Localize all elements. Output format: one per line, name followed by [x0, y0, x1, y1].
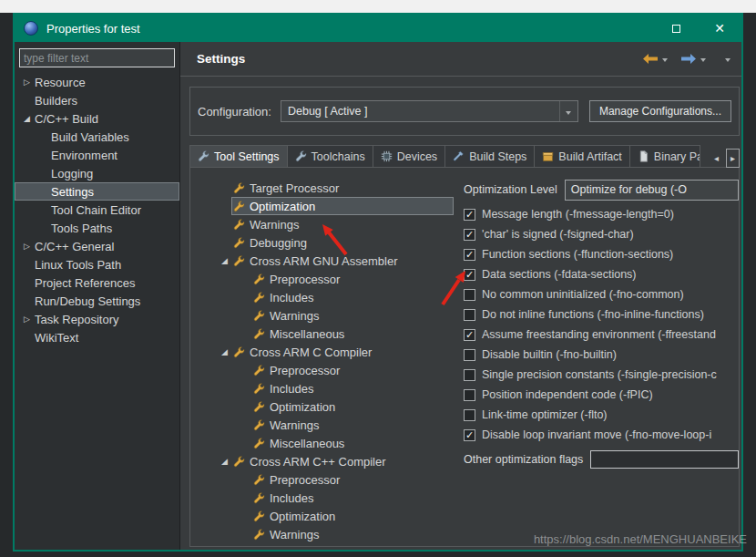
- manage-configurations-button[interactable]: Manage Configurations...: [589, 100, 731, 122]
- tool-item-debugging[interactable]: Debugging: [190, 233, 461, 252]
- tool-item-miscellaneous[interactable]: Miscellaneous: [190, 434, 461, 452]
- checkbox-unchecked[interactable]: [464, 349, 475, 361]
- tool-item-target-processor[interactable]: Target Processor: [190, 179, 461, 197]
- sidebar-item-task-repository[interactable]: ▷Task Repository: [15, 310, 179, 328]
- tab-scroll-right-icon[interactable]: ▸: [726, 149, 740, 168]
- page-title: Settings: [197, 52, 245, 66]
- sidebar-item-c-c-build[interactable]: ◢C/C++ Build: [15, 109, 179, 128]
- option-disable-builtin-fno-builtin: Disable builtin (-fno-builtin): [464, 345, 739, 365]
- checkbox-unchecked[interactable]: [464, 289, 475, 301]
- option-label: No common uninitialized (-fno-common): [482, 288, 684, 301]
- tool-item-includes[interactable]: Includes: [190, 288, 461, 306]
- maximize-button[interactable]: [669, 21, 683, 36]
- tab-toolchains[interactable]: Toolchains: [287, 145, 373, 168]
- tool-item-label: Preprocessor: [270, 364, 340, 377]
- tab-build-steps[interactable]: Build Steps: [444, 145, 535, 168]
- sidebar-item-run-debug-settings[interactable]: Run/Debug Settings: [15, 292, 179, 310]
- tool-item-optimization[interactable]: Optimization: [190, 197, 461, 215]
- collapse-icon[interactable]: ◢: [20, 109, 34, 128]
- titlebar[interactable]: Properties for test ✕: [15, 15, 741, 42]
- main-header: Settings: [180, 42, 741, 77]
- sidebar-item-builders[interactable]: Builders: [15, 91, 179, 109]
- tab-build-artifact[interactable]: Build Artifact: [534, 145, 629, 168]
- chevron-down-icon: [559, 101, 577, 121]
- tool-item-cross-arm-c-compiler[interactable]: ◢Cross ARM C Compiler: [190, 343, 461, 361]
- expand-icon[interactable]: ▷: [20, 73, 34, 91]
- sidebar-item-project-references[interactable]: Project References: [15, 273, 179, 292]
- option-link-time-optimizer-flto: Link-time optimizer (-flto): [464, 405, 739, 425]
- tool-item-preprocessor[interactable]: Preprocessor: [190, 270, 461, 288]
- expand-icon[interactable]: ▷: [20, 310, 34, 328]
- tool-item-warnings[interactable]: Warnings: [190, 525, 461, 543]
- forward-arrow-icon[interactable]: [681, 54, 696, 64]
- tool-item-warnings[interactable]: Warnings: [190, 416, 461, 434]
- tool-item-miscellaneous[interactable]: Miscellaneous: [190, 325, 461, 343]
- tool-item-preprocessor[interactable]: Preprocessor: [190, 361, 461, 379]
- optimization-level-select[interactable]: Optimize for debug (-O: [565, 180, 739, 201]
- back-arrow-icon[interactable]: [643, 54, 658, 64]
- tool-item-warnings[interactable]: Warnings: [190, 215, 461, 233]
- option-label: Function sections (-ffunction-sections): [482, 248, 673, 261]
- sidebar-item-resource[interactable]: ▷Resource: [15, 73, 179, 91]
- tool-wrench-icon: [233, 346, 245, 358]
- other-flags-input[interactable]: [590, 450, 739, 469]
- checkbox-unchecked[interactable]: [464, 369, 475, 381]
- checkbox-unchecked[interactable]: [464, 389, 475, 401]
- sidebar-item-label: Project References: [35, 276, 136, 290]
- tab-tool-settings[interactable]: Tool Settings: [189, 145, 288, 168]
- configuration-select[interactable]: Debug [ Active ]: [281, 100, 578, 122]
- tab-label: Build Artifact: [558, 150, 621, 163]
- optimization-level-row: Optimization Level Optimize for debug (-…: [464, 179, 739, 201]
- sidebar-item-label: Build Variables: [51, 130, 129, 144]
- config-panel: Configuration: Debug [ Active ] Manage C…: [189, 87, 740, 136]
- tab-label: Devices: [397, 150, 437, 163]
- option-label: Disable loop invariant move (-fno-move-l…: [482, 428, 711, 441]
- back-history-caret-icon[interactable]: [662, 58, 668, 62]
- expand-icon[interactable]: ▷: [20, 237, 34, 255]
- tool-item-optimization[interactable]: Optimization: [190, 397, 461, 416]
- checkbox-checked[interactable]: ✓: [464, 329, 475, 341]
- tab-devices[interactable]: Devices: [373, 145, 445, 168]
- tool-item-label: Optimization: [270, 510, 335, 523]
- tab-scroll-left-icon[interactable]: ◂: [710, 149, 723, 168]
- view-menu-caret-icon[interactable]: [725, 58, 730, 62]
- sidebar-item-settings[interactable]: Settings: [15, 182, 179, 201]
- option-data-sections-fdata-sections: ✓Data sections (-fdata-sections): [464, 264, 739, 284]
- tool-item-includes[interactable]: Includes: [190, 489, 461, 507]
- sidebar-item-tool-chain-editor[interactable]: Tool Chain Editor: [15, 201, 179, 219]
- tool-item-label: Miscellaneous: [270, 327, 344, 341]
- tab-binary-par[interactable]: Binary Par: [629, 145, 700, 168]
- collapse-icon[interactable]: ◢: [218, 452, 231, 470]
- sidebar-item-linux-tools-path[interactable]: Linux Tools Path: [15, 255, 179, 273]
- tool-item-preprocessor[interactable]: Preprocessor: [190, 470, 461, 489]
- tool-wrench-icon: [233, 255, 245, 267]
- tool-item-cross-arm-c-compiler[interactable]: ◢Cross ARM C++ Compiler: [190, 452, 461, 470]
- sidebar-item-c-c-general[interactable]: ▷C/C++ General: [15, 237, 179, 255]
- checkbox-checked[interactable]: ✓: [464, 269, 475, 281]
- tool-wrench-icon: [233, 201, 245, 212]
- checkbox-checked[interactable]: ✓: [464, 209, 475, 221]
- checkbox-unchecked[interactable]: [464, 409, 475, 421]
- tool-item-optimization[interactable]: Optimization: [190, 507, 461, 525]
- checkbox-checked[interactable]: ✓: [464, 249, 475, 261]
- checkbox-checked[interactable]: ✓: [464, 429, 475, 441]
- forward-history-caret-icon[interactable]: [700, 58, 706, 62]
- tool-item-includes[interactable]: Includes: [190, 379, 461, 397]
- sidebar-item-logging[interactable]: Logging: [15, 164, 179, 182]
- configuration-value: Debug [ Active ]: [288, 105, 559, 118]
- tool-item-label: Includes: [270, 291, 313, 304]
- sidebar-item-wikitext[interactable]: WikiText: [15, 328, 179, 346]
- sidebar-item-tools-paths[interactable]: Tools Paths: [15, 219, 179, 237]
- collapse-icon[interactable]: ◢: [218, 343, 231, 361]
- tool-wrench-icon: [233, 219, 245, 231]
- checkbox-checked[interactable]: ✓: [464, 229, 475, 241]
- checkbox-unchecked[interactable]: [464, 309, 475, 321]
- tool-item-label: Warnings: [270, 528, 319, 542]
- filter-input[interactable]: [19, 48, 175, 67]
- sidebar-item-build-variables[interactable]: Build Variables: [15, 128, 179, 146]
- sidebar-item-environment[interactable]: Environment: [15, 146, 179, 164]
- tool-item-cross-arm-gnu-assembler[interactable]: ◢Cross ARM GNU Assembler: [190, 252, 461, 270]
- close-button[interactable]: ✕: [712, 21, 727, 36]
- collapse-icon[interactable]: ◢: [218, 252, 231, 270]
- tool-item-warnings[interactable]: Warnings: [190, 306, 461, 325]
